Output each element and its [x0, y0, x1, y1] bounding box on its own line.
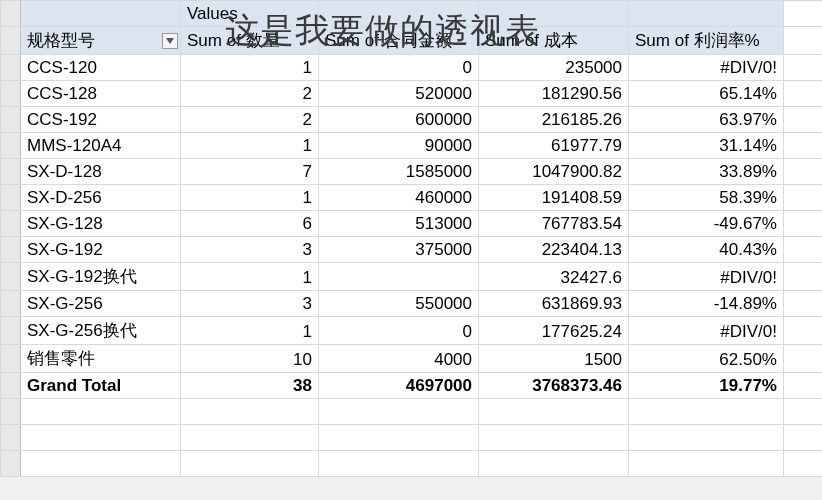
contract-cell[interactable]: 90000 [319, 133, 479, 159]
contract-cell[interactable]: 513000 [319, 211, 479, 237]
qty-cell[interactable]: 2 [181, 81, 319, 107]
cell[interactable] [479, 451, 629, 477]
cell[interactable] [21, 399, 181, 425]
margin-cell[interactable]: #DIV/0! [629, 55, 784, 81]
cell[interactable] [21, 425, 181, 451]
contract-cell[interactable]: 550000 [319, 291, 479, 317]
cost-cell[interactable]: 631869.93 [479, 291, 629, 317]
row-label-cell[interactable]: MMS-120A4 [21, 133, 181, 159]
cost-cell[interactable]: 223404.13 [479, 237, 629, 263]
contract-cell[interactable]: 460000 [319, 185, 479, 211]
contract-cell[interactable]: 375000 [319, 237, 479, 263]
row-label-cell[interactable]: CCS-120 [21, 55, 181, 81]
margin-cell[interactable]: #DIV/0! [629, 317, 784, 345]
cell[interactable] [784, 373, 823, 399]
cell[interactable] [181, 399, 319, 425]
cell[interactable] [784, 185, 823, 211]
cell[interactable] [181, 425, 319, 451]
cell[interactable] [784, 133, 823, 159]
cell[interactable] [479, 399, 629, 425]
margin-cell[interactable]: 33.89% [629, 159, 784, 185]
qty-cell[interactable]: 1 [181, 185, 319, 211]
margin-cell[interactable]: #DIV/0! [629, 263, 784, 291]
contract-cell[interactable]: 1585000 [319, 159, 479, 185]
margin-cell[interactable]: 40.43% [629, 237, 784, 263]
grand-margin[interactable]: 19.77% [629, 373, 784, 399]
qty-cell[interactable]: 1 [181, 317, 319, 345]
cell[interactable] [784, 159, 823, 185]
cell[interactable] [784, 1, 823, 27]
cell[interactable] [784, 263, 823, 291]
row-header[interactable] [1, 317, 21, 345]
row-header[interactable] [1, 81, 21, 107]
row-header[interactable] [1, 185, 21, 211]
cell[interactable] [784, 451, 823, 477]
row-header[interactable] [1, 291, 21, 317]
qty-cell[interactable]: 6 [181, 211, 319, 237]
row-label-cell[interactable]: 销售零件 [21, 345, 181, 373]
qty-cell[interactable]: 1 [181, 133, 319, 159]
row-header[interactable] [1, 1, 21, 27]
cost-cell[interactable]: 61977.79 [479, 133, 629, 159]
qty-cell[interactable]: 1 [181, 55, 319, 81]
cell[interactable] [629, 1, 784, 27]
row-label-cell[interactable]: SX-G-192 [21, 237, 181, 263]
filter-dropdown-button[interactable] [162, 33, 178, 49]
qty-cell[interactable]: 1 [181, 263, 319, 291]
cell[interactable] [784, 107, 823, 133]
row-label-cell[interactable]: CCS-128 [21, 81, 181, 107]
cell[interactable] [479, 425, 629, 451]
cell[interactable] [319, 1, 479, 27]
cost-cell[interactable]: 181290.56 [479, 81, 629, 107]
row-field-header[interactable]: 规格型号 [21, 27, 181, 55]
contract-cell[interactable]: 0 [319, 55, 479, 81]
row-header[interactable] [1, 425, 21, 451]
cell[interactable] [784, 425, 823, 451]
cell[interactable] [319, 399, 479, 425]
grand-total-label[interactable]: Grand Total [21, 373, 181, 399]
row-header[interactable] [1, 373, 21, 399]
cost-cell[interactable]: 191408.59 [479, 185, 629, 211]
row-header[interactable] [1, 451, 21, 477]
cost-cell[interactable]: 767783.54 [479, 211, 629, 237]
margin-cell[interactable]: 58.39% [629, 185, 784, 211]
values-label-cell[interactable]: Values [181, 1, 319, 27]
grand-contract[interactable]: 4697000 [319, 373, 479, 399]
cost-cell[interactable]: 177625.24 [479, 317, 629, 345]
pivot-corner-cell[interactable] [21, 1, 181, 27]
row-label-cell[interactable]: SX-D-128 [21, 159, 181, 185]
qty-cell[interactable]: 2 [181, 107, 319, 133]
row-label-cell[interactable]: CCS-192 [21, 107, 181, 133]
cell[interactable] [319, 451, 479, 477]
grand-cost[interactable]: 3768373.46 [479, 373, 629, 399]
margin-cell[interactable]: 62.50% [629, 345, 784, 373]
row-header[interactable] [1, 211, 21, 237]
row-header[interactable] [1, 55, 21, 81]
row-header[interactable] [1, 27, 21, 55]
contract-cell[interactable]: 600000 [319, 107, 479, 133]
cell[interactable] [784, 55, 823, 81]
contract-cell[interactable]: 520000 [319, 81, 479, 107]
column-header-qty[interactable]: Sum of 数量 [181, 27, 319, 55]
cost-cell[interactable]: 1047900.82 [479, 159, 629, 185]
row-header[interactable] [1, 345, 21, 373]
cell[interactable] [784, 399, 823, 425]
cell[interactable] [784, 291, 823, 317]
column-header-contract[interactable]: Sum of 合同金额 [319, 27, 479, 55]
column-header-margin[interactable]: Sum of 利润率% [629, 27, 784, 55]
cell[interactable] [181, 451, 319, 477]
cell[interactable] [479, 1, 629, 27]
row-label-cell[interactable]: SX-G-192换代 [21, 263, 181, 291]
row-header[interactable] [1, 159, 21, 185]
cell[interactable] [784, 211, 823, 237]
contract-cell[interactable]: 4000 [319, 345, 479, 373]
row-label-cell[interactable]: SX-G-256 [21, 291, 181, 317]
grand-qty[interactable]: 38 [181, 373, 319, 399]
cost-cell[interactable]: 32427.6 [479, 263, 629, 291]
contract-cell[interactable] [319, 263, 479, 291]
cell[interactable] [629, 451, 784, 477]
spreadsheet[interactable]: Values 规格型号 Sum of 数量 Sum of 合同金额 Sum of… [0, 0, 822, 477]
cost-cell[interactable]: 235000 [479, 55, 629, 81]
cell[interactable] [319, 425, 479, 451]
row-label-cell[interactable]: SX-G-256换代 [21, 317, 181, 345]
